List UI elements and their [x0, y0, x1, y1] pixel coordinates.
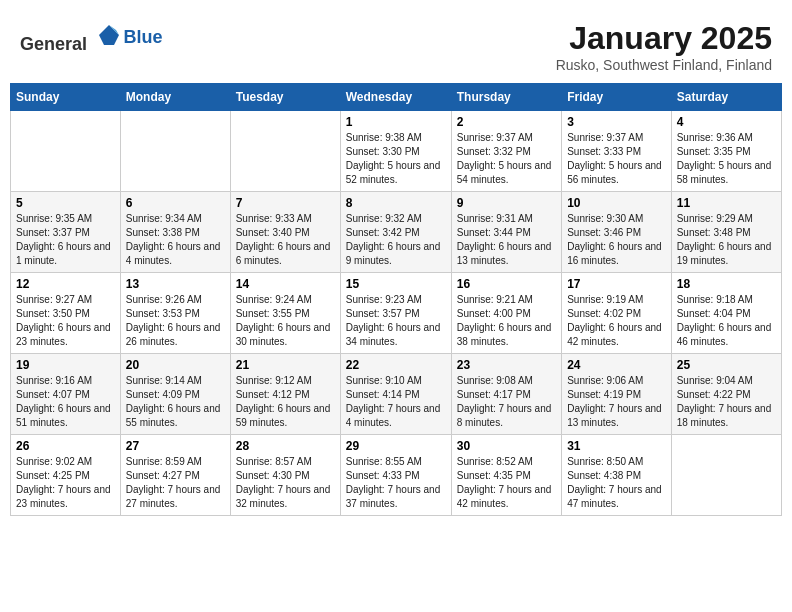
day-header-tuesday: Tuesday [230, 84, 340, 111]
day-number: 30 [457, 439, 556, 453]
calendar-cell: 14Sunrise: 9:24 AM Sunset: 3:55 PM Dayli… [230, 273, 340, 354]
calendar-cell: 7Sunrise: 9:33 AM Sunset: 3:40 PM Daylig… [230, 192, 340, 273]
day-header-thursday: Thursday [451, 84, 561, 111]
calendar-cell: 21Sunrise: 9:12 AM Sunset: 4:12 PM Dayli… [230, 354, 340, 435]
calendar-cell [120, 111, 230, 192]
day-info: Sunrise: 9:04 AM Sunset: 4:22 PM Dayligh… [677, 374, 776, 430]
calendar-cell: 16Sunrise: 9:21 AM Sunset: 4:00 PM Dayli… [451, 273, 561, 354]
day-info: Sunrise: 8:57 AM Sunset: 4:30 PM Dayligh… [236, 455, 335, 511]
day-number: 11 [677, 196, 776, 210]
day-info: Sunrise: 8:52 AM Sunset: 4:35 PM Dayligh… [457, 455, 556, 511]
calendar-cell: 30Sunrise: 8:52 AM Sunset: 4:35 PM Dayli… [451, 435, 561, 516]
day-info: Sunrise: 9:37 AM Sunset: 3:32 PM Dayligh… [457, 131, 556, 187]
day-number: 3 [567, 115, 666, 129]
day-number: 4 [677, 115, 776, 129]
calendar-cell [671, 435, 781, 516]
day-info: Sunrise: 9:23 AM Sunset: 3:57 PM Dayligh… [346, 293, 446, 349]
calendar-cell: 28Sunrise: 8:57 AM Sunset: 4:30 PM Dayli… [230, 435, 340, 516]
day-number: 5 [16, 196, 115, 210]
day-number: 6 [126, 196, 225, 210]
calendar-cell: 4Sunrise: 9:36 AM Sunset: 3:35 PM Daylig… [671, 111, 781, 192]
calendar-cell [230, 111, 340, 192]
day-info: Sunrise: 9:06 AM Sunset: 4:19 PM Dayligh… [567, 374, 666, 430]
calendar-cell: 8Sunrise: 9:32 AM Sunset: 3:42 PM Daylig… [340, 192, 451, 273]
day-number: 28 [236, 439, 335, 453]
calendar-cell: 12Sunrise: 9:27 AM Sunset: 3:50 PM Dayli… [11, 273, 121, 354]
day-number: 23 [457, 358, 556, 372]
calendar-cell: 27Sunrise: 8:59 AM Sunset: 4:27 PM Dayli… [120, 435, 230, 516]
calendar-cell: 10Sunrise: 9:30 AM Sunset: 3:46 PM Dayli… [562, 192, 672, 273]
day-number: 27 [126, 439, 225, 453]
day-info: Sunrise: 8:55 AM Sunset: 4:33 PM Dayligh… [346, 455, 446, 511]
calendar-cell: 19Sunrise: 9:16 AM Sunset: 4:07 PM Dayli… [11, 354, 121, 435]
day-info: Sunrise: 9:02 AM Sunset: 4:25 PM Dayligh… [16, 455, 115, 511]
day-info: Sunrise: 8:59 AM Sunset: 4:27 PM Dayligh… [126, 455, 225, 511]
day-info: Sunrise: 9:19 AM Sunset: 4:02 PM Dayligh… [567, 293, 666, 349]
day-number: 15 [346, 277, 446, 291]
day-info: Sunrise: 9:37 AM Sunset: 3:33 PM Dayligh… [567, 131, 666, 187]
calendar-week-row: 1Sunrise: 9:38 AM Sunset: 3:30 PM Daylig… [11, 111, 782, 192]
calendar-cell: 18Sunrise: 9:18 AM Sunset: 4:04 PM Dayli… [671, 273, 781, 354]
calendar-cell: 23Sunrise: 9:08 AM Sunset: 4:17 PM Dayli… [451, 354, 561, 435]
day-info: Sunrise: 9:18 AM Sunset: 4:04 PM Dayligh… [677, 293, 776, 349]
calendar-cell: 17Sunrise: 9:19 AM Sunset: 4:02 PM Dayli… [562, 273, 672, 354]
day-number: 29 [346, 439, 446, 453]
day-info: Sunrise: 9:08 AM Sunset: 4:17 PM Dayligh… [457, 374, 556, 430]
day-number: 19 [16, 358, 115, 372]
logo-general-text: General [20, 34, 87, 54]
calendar-week-row: 26Sunrise: 9:02 AM Sunset: 4:25 PM Dayli… [11, 435, 782, 516]
day-number: 10 [567, 196, 666, 210]
day-info: Sunrise: 9:33 AM Sunset: 3:40 PM Dayligh… [236, 212, 335, 268]
day-info: Sunrise: 9:10 AM Sunset: 4:14 PM Dayligh… [346, 374, 446, 430]
calendar-header-row: SundayMondayTuesdayWednesdayThursdayFrid… [11, 84, 782, 111]
day-number: 2 [457, 115, 556, 129]
day-number: 12 [16, 277, 115, 291]
calendar-week-row: 19Sunrise: 9:16 AM Sunset: 4:07 PM Dayli… [11, 354, 782, 435]
day-number: 17 [567, 277, 666, 291]
calendar-cell: 6Sunrise: 9:34 AM Sunset: 3:38 PM Daylig… [120, 192, 230, 273]
calendar-cell: 31Sunrise: 8:50 AM Sunset: 4:38 PM Dayli… [562, 435, 672, 516]
logo-blue-text: Blue [124, 27, 163, 47]
calendar-week-row: 12Sunrise: 9:27 AM Sunset: 3:50 PM Dayli… [11, 273, 782, 354]
day-number: 25 [677, 358, 776, 372]
day-number: 7 [236, 196, 335, 210]
day-number: 21 [236, 358, 335, 372]
calendar-cell: 24Sunrise: 9:06 AM Sunset: 4:19 PM Dayli… [562, 354, 672, 435]
day-number: 13 [126, 277, 225, 291]
day-number: 22 [346, 358, 446, 372]
day-header-monday: Monday [120, 84, 230, 111]
day-number: 18 [677, 277, 776, 291]
calendar-title: January 2025 [556, 20, 772, 57]
logo-icon [94, 20, 124, 50]
day-number: 16 [457, 277, 556, 291]
day-info: Sunrise: 9:32 AM Sunset: 3:42 PM Dayligh… [346, 212, 446, 268]
day-info: Sunrise: 9:12 AM Sunset: 4:12 PM Dayligh… [236, 374, 335, 430]
day-number: 1 [346, 115, 446, 129]
day-info: Sunrise: 9:16 AM Sunset: 4:07 PM Dayligh… [16, 374, 115, 430]
calendar-week-row: 5Sunrise: 9:35 AM Sunset: 3:37 PM Daylig… [11, 192, 782, 273]
calendar-cell: 2Sunrise: 9:37 AM Sunset: 3:32 PM Daylig… [451, 111, 561, 192]
calendar-cell: 15Sunrise: 9:23 AM Sunset: 3:57 PM Dayli… [340, 273, 451, 354]
day-number: 9 [457, 196, 556, 210]
calendar-cell: 9Sunrise: 9:31 AM Sunset: 3:44 PM Daylig… [451, 192, 561, 273]
calendar-subtitle: Rusko, Southwest Finland, Finland [556, 57, 772, 73]
day-info: Sunrise: 9:35 AM Sunset: 3:37 PM Dayligh… [16, 212, 115, 268]
header: General Blue January 2025 Rusko, Southwe… [10, 10, 782, 78]
day-number: 20 [126, 358, 225, 372]
day-header-friday: Friday [562, 84, 672, 111]
logo: General Blue [20, 20, 163, 55]
day-number: 31 [567, 439, 666, 453]
calendar-cell: 3Sunrise: 9:37 AM Sunset: 3:33 PM Daylig… [562, 111, 672, 192]
day-header-saturday: Saturday [671, 84, 781, 111]
calendar-cell: 25Sunrise: 9:04 AM Sunset: 4:22 PM Dayli… [671, 354, 781, 435]
day-header-wednesday: Wednesday [340, 84, 451, 111]
calendar-cell [11, 111, 121, 192]
day-header-sunday: Sunday [11, 84, 121, 111]
day-info: Sunrise: 9:26 AM Sunset: 3:53 PM Dayligh… [126, 293, 225, 349]
day-number: 8 [346, 196, 446, 210]
calendar-table: SundayMondayTuesdayWednesdayThursdayFrid… [10, 83, 782, 516]
calendar-cell: 1Sunrise: 9:38 AM Sunset: 3:30 PM Daylig… [340, 111, 451, 192]
day-info: Sunrise: 9:38 AM Sunset: 3:30 PM Dayligh… [346, 131, 446, 187]
calendar-cell: 29Sunrise: 8:55 AM Sunset: 4:33 PM Dayli… [340, 435, 451, 516]
day-info: Sunrise: 8:50 AM Sunset: 4:38 PM Dayligh… [567, 455, 666, 511]
